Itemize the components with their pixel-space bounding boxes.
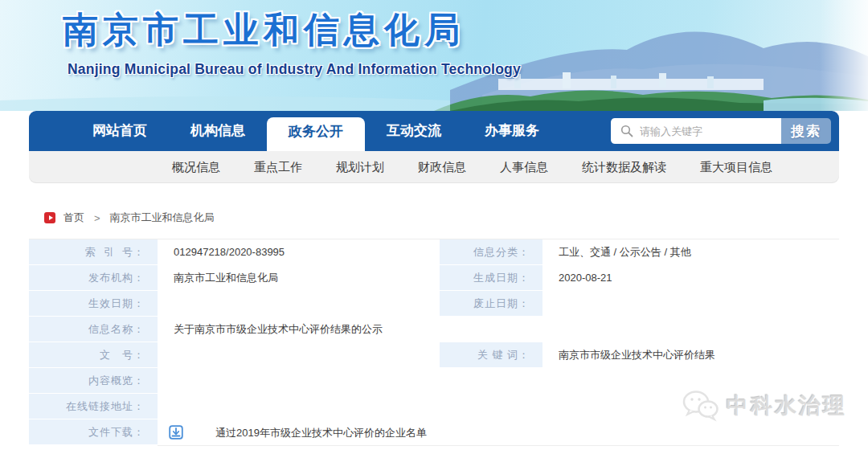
- banner-fade: [820, 0, 868, 111]
- breadcrumb: 首页 > 南京市工业和信息化局: [44, 211, 215, 225]
- table-row: 信息名称： 关于南京市市级企业技术中心评价结果的公示: [29, 317, 838, 342]
- effective-date-value: [158, 291, 440, 317]
- nav-item-services[interactable]: 办事服务: [463, 111, 561, 151]
- nav-items: 网站首页 机构信息 政务公开 互动交流 办事服务: [29, 111, 561, 151]
- nav-item-home[interactable]: 网站首页: [71, 111, 169, 151]
- subnav-item-planning[interactable]: 规划计划: [336, 151, 384, 183]
- breadcrumb-current[interactable]: 南京市工业和信息化局: [110, 211, 215, 225]
- table-row: 在线链接地址：: [29, 394, 838, 419]
- keywords-value: 南京市市级企业技术中心评价结果: [542, 342, 839, 369]
- index-no-value: 012947218/2020-83995: [158, 239, 440, 266]
- nav-item-gov-disclosure[interactable]: 政务公开: [267, 117, 365, 151]
- content-summary-label: 内容概览：: [29, 368, 158, 395]
- nav-item-org-info[interactable]: 机构信息: [169, 111, 267, 151]
- sub-navbar: 概况信息 重点工作 规划计划 财政信息 人事信息 统计数据及解读 重大项目信息: [29, 151, 839, 183]
- publish-org-value: 南京市工业和信息化局: [158, 265, 440, 292]
- subnav-item-finance[interactable]: 财政信息: [418, 151, 466, 183]
- generate-date-label: 生成日期：: [440, 265, 542, 292]
- abolish-date-label: 废止日期：: [440, 291, 542, 317]
- home-marker-icon: [44, 212, 55, 223]
- file-download-label: 文件下载：: [29, 419, 158, 446]
- effective-date-label: 生效日期：: [29, 291, 158, 317]
- table-row: 生效日期： 废止日期：: [29, 291, 838, 317]
- info-category-label: 信息分类：: [440, 239, 542, 266]
- page: 南京市工业和信息化局 Nanjing Municipal Bureau of I…: [0, 0, 868, 450]
- content-summary-value: [158, 368, 839, 395]
- info-table: 索 引 号： 012947218/2020-83995 信息分类： 工业、交通 …: [29, 239, 839, 445]
- subnav-item-statistics[interactable]: 统计数据及解读: [582, 151, 666, 183]
- breadcrumb-separator: >: [94, 212, 100, 224]
- online-link-value: [158, 394, 839, 420]
- main-navbar: 网站首页 机构信息 政务公开 互动交流 办事服务 搜索: [29, 111, 839, 151]
- search-bar: 搜索: [611, 118, 831, 144]
- generate-date-value: 2020-08-21: [542, 265, 839, 292]
- table-row: 内容概览：: [29, 368, 838, 394]
- file-download-value: 通过2019年市级企业技术中心评价的企业名单: [158, 419, 839, 446]
- search-button[interactable]: 搜索: [781, 118, 831, 144]
- nav-item-interaction[interactable]: 互动交流: [365, 111, 463, 151]
- index-no-label: 索 引 号：: [29, 239, 158, 266]
- site-subtitle-en: Nanjing Municipal Bureau of Industry And…: [68, 61, 521, 78]
- doc-no-label: 文 号：: [29, 342, 158, 369]
- table-row: 文 号： 关 键 词： 南京市市级企业技术中心评价结果: [29, 342, 838, 368]
- header-banner: 南京市工业和信息化局 Nanjing Municipal Bureau of I…: [0, 0, 868, 111]
- download-icon[interactable]: [169, 425, 183, 440]
- table-row: 文件下载： 通过2019年市级企业技术中心评价的企业名单: [29, 419, 838, 445]
- abolish-date-value: [542, 291, 839, 317]
- subnav-item-major-projects[interactable]: 重大项目信息: [700, 151, 772, 183]
- breadcrumb-home[interactable]: 首页: [63, 211, 84, 225]
- subnav-item-personnel[interactable]: 人事信息: [500, 151, 548, 183]
- subnav-item-key-work[interactable]: 重点工作: [254, 151, 302, 183]
- info-name-value: 关于南京市市级企业技术中心评价结果的公示: [158, 317, 839, 343]
- info-name-label: 信息名称：: [29, 317, 158, 343]
- online-link-label: 在线链接地址：: [29, 394, 158, 420]
- publish-org-label: 发布机构：: [29, 265, 158, 292]
- keywords-label: 关 键 词：: [440, 342, 542, 369]
- search-input[interactable]: [611, 118, 781, 144]
- table-row: 索 引 号： 012947218/2020-83995 信息分类： 工业、交通 …: [29, 239, 838, 265]
- doc-no-value: [158, 342, 440, 369]
- site-title: 南京市工业和信息化局: [63, 6, 465, 54]
- download-file-link[interactable]: 通过2019年市级企业技术中心评价的企业名单: [215, 420, 427, 445]
- subnav-item-overview[interactable]: 概况信息: [172, 151, 220, 183]
- info-category-value: 工业、交通 / 公示公告 / 其他: [542, 239, 839, 266]
- table-row: 发布机构： 南京市工业和信息化局 生成日期： 2020-08-21: [29, 265, 838, 291]
